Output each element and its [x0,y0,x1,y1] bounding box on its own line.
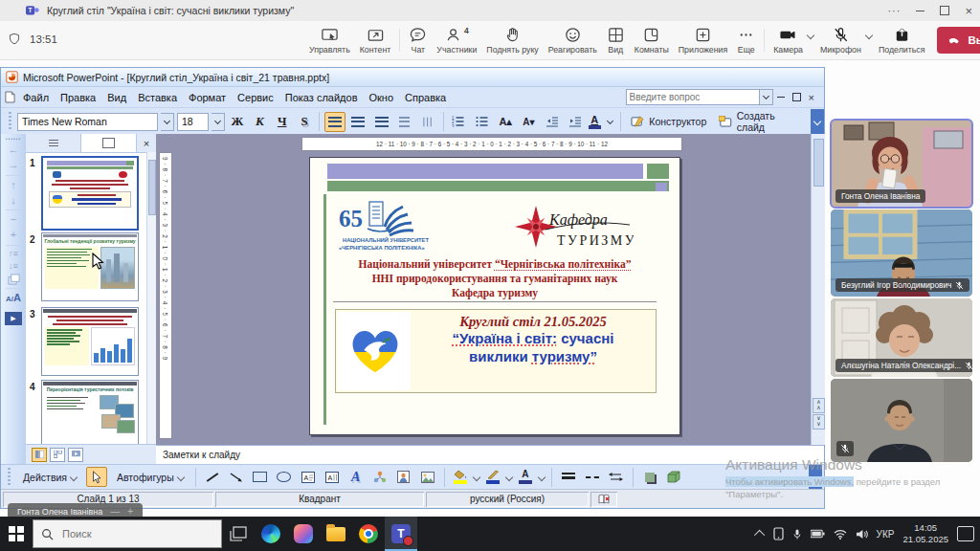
design-button[interactable]: Конструктор [626,111,711,132]
draw-font-color-dropdown-icon[interactable] [538,473,546,480]
copilot-taskbar-icon[interactable] [287,517,320,551]
video-tile-bezuhlyi[interactable]: Безуглий Ігор Володимирович [831,209,972,297]
shadow-style-icon[interactable] [640,468,659,487]
close-icon[interactable]: × [965,5,972,17]
menu-format[interactable]: Формат [183,90,232,105]
collapse-all-icon[interactable]: ↑≡ [9,249,18,259]
picture-tool-icon[interactable] [418,468,437,487]
diagram-tool-icon[interactable] [370,468,390,487]
chat-button[interactable]: Чат [404,22,432,58]
leave-button[interactable]: Выйти [937,27,980,54]
share-button[interactable]: Поделиться [874,22,930,58]
tab-outline[interactable] [26,134,81,152]
sorter-view-button[interactable] [50,448,65,462]
tray-mic-icon[interactable] [792,528,802,540]
draw-actions-button[interactable]: Действия [18,467,81,488]
doc-close-icon[interactable]: × [809,92,814,103]
titlebar-more-icon[interactable]: ··· [887,5,901,16]
oval-tool-icon[interactable] [275,468,294,487]
taskbar-search[interactable] [33,519,222,548]
thumbnail-slide-2[interactable]: Глобальні тенденції розвитку туризму [41,232,139,301]
camera-button[interactable]: Камера [768,22,808,58]
edge-taskbar-icon[interactable] [255,517,287,551]
menu-file[interactable]: Файл [17,90,55,105]
mic-options-chevron-icon[interactable] [865,32,873,39]
action-center-icon[interactable] [957,526,974,541]
tray-expand-icon[interactable] [757,530,765,538]
draw-font-color-button[interactable]: А [517,470,534,484]
panel-close-icon[interactable]: × [137,134,156,152]
thumbnail-slide-4[interactable]: Переорієнтація туристичних потоків [41,380,139,445]
decrease-indent-button[interactable] [542,112,562,132]
next-slide-button[interactable]: ∨∨ [813,414,825,430]
clock-date[interactable]: 14:0521.05.2025 [902,522,948,546]
align-right-button[interactable] [371,112,391,132]
zoom-in-icon[interactable]: + [127,506,133,517]
manage-button[interactable]: Управлять [304,22,355,58]
line-tool-icon[interactable] [203,468,222,487]
decrease-font-button[interactable]: A▾ [519,112,539,132]
task-view-button[interactable] [222,517,255,551]
tab-slides[interactable] [81,134,137,152]
start-button[interactable] [0,517,33,551]
clipart-tool-icon[interactable] [394,468,413,487]
raise-hand-button[interactable]: Поднять руку [481,22,543,58]
question-input[interactable] [626,89,760,105]
video-tile-participant4[interactable] [831,379,972,462]
threed-style-icon[interactable] [664,468,683,487]
language-indicator[interactable]: УКР [877,529,895,540]
numbered-list-button[interactable]: 123 [449,112,469,132]
underline-button[interactable]: Ч [272,112,291,131]
line-color-button[interactable] [484,470,501,484]
menu-view[interactable]: Вид [101,90,132,105]
file-explorer-taskbar-icon[interactable] [320,517,352,551]
more-button[interactable]: Еще [732,22,760,58]
wifi-icon[interactable] [834,529,847,540]
menu-edit[interactable]: Правка [55,90,101,105]
dash-style-icon[interactable] [583,468,602,487]
demote-icon[interactable]: → [9,159,19,172]
search-input[interactable] [60,527,179,540]
chrome-taskbar-icon[interactable] [352,517,385,551]
menu-window[interactable]: Окно [364,90,400,105]
promote-icon[interactable]: ← [9,143,19,157]
new-slide-button[interactable]: Создать слайд [714,111,808,132]
status-language[interactable]: русский (Россия) [426,492,589,507]
normal-view-button[interactable] [32,448,47,462]
thumbnail-slide-1[interactable] [41,156,139,231]
fill-color-dropdown-icon[interactable] [473,473,480,480]
maximize-icon[interactable] [940,6,949,15]
react-button[interactable]: Реагировать [544,22,602,58]
font-color-button[interactable]: А [589,115,601,129]
line-style-icon[interactable] [559,468,578,487]
italic-button[interactable]: К [250,112,269,131]
participants-button[interactable]: 4 Участники [432,22,481,58]
outline-strip-expand-icon[interactable]: ▶ [5,312,22,325]
wordart-tool-icon[interactable]: А [346,468,366,487]
toolbar-overflow-icon[interactable] [811,109,824,134]
font-size-dropdown-icon[interactable] [212,113,225,131]
bold-button[interactable]: Ж [228,112,247,131]
show-formatting-icon[interactable]: A/A [6,292,21,305]
font-name-dropdown-icon[interactable] [161,113,174,131]
doc-restore-icon[interactable] [792,93,801,101]
camera-options-chevron-icon[interactable] [807,32,814,39]
menu-slideshow[interactable]: Показ слайдов [279,90,364,105]
text-direction-button[interactable] [418,112,438,132]
content-button[interactable]: Контент [355,22,396,58]
previous-slide-button[interactable]: ∧∧ [813,398,825,413]
line-spacing-button[interactable] [394,112,414,132]
summary-slide-icon[interactable] [8,274,20,285]
select-tool-button[interactable] [86,467,107,487]
collapse-icon[interactable]: − [11,213,16,227]
move-down-icon[interactable]: ↓ [11,194,16,208]
increase-font-button[interactable]: A▴ [495,112,515,132]
increase-indent-button[interactable] [565,112,585,132]
rectangle-tool-icon[interactable] [251,468,270,487]
font-size-select[interactable]: 18 [177,113,209,131]
scrollbar-thumb[interactable] [813,139,824,187]
apps-button[interactable]: Приложения [674,22,732,58]
video-tile-aleshuhina[interactable]: Алєшугіна Наталія Олександрі... [831,298,972,377]
bullet-list-button[interactable] [472,112,492,132]
battery-icon[interactable] [811,529,825,539]
